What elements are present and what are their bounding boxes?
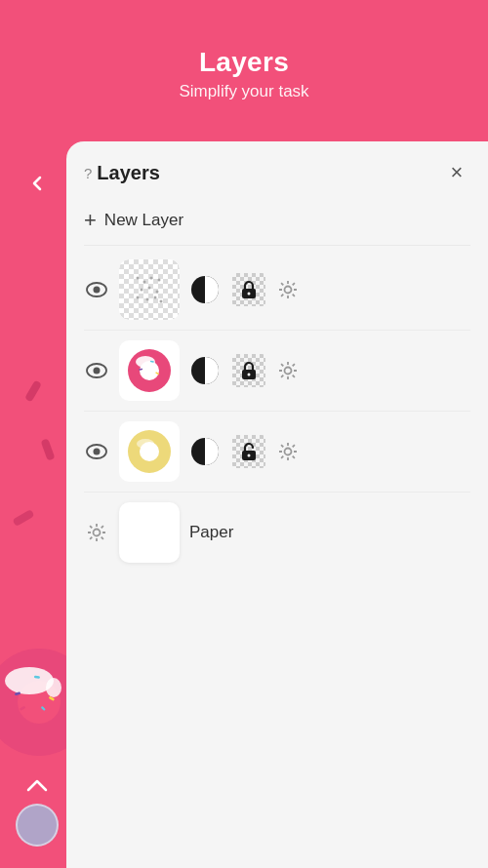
blend-icon-2 (189, 355, 221, 386)
eye-toggle-1[interactable] (84, 277, 109, 302)
svg-point-10 (94, 287, 101, 294)
eye-icon-1 (86, 282, 107, 297)
layer-row-2 (84, 331, 470, 412)
thumb-donut-pink (126, 347, 173, 394)
svg-point-27 (94, 368, 101, 375)
blend-mode-2[interactable] (189, 355, 221, 386)
svg-point-12 (143, 281, 146, 284)
svg-point-37 (285, 368, 292, 375)
back-arrow-icon (26, 173, 48, 194)
svg-point-39 (94, 449, 101, 455)
lock-checker-3[interactable] (230, 433, 267, 470)
eye-icon-3 (86, 444, 107, 459)
svg-point-16 (148, 287, 151, 290)
left-sidebar (0, 141, 73, 868)
up-chevron[interactable] (26, 778, 48, 792)
help-icon[interactable]: ? (84, 165, 92, 181)
svg-point-45 (248, 454, 251, 457)
panel-title: Layers (97, 162, 160, 184)
lock-checker-2[interactable] (230, 352, 267, 389)
svg-point-19 (146, 298, 149, 301)
plus-icon: + (84, 210, 97, 231)
lock-checker-1[interactable] (230, 271, 267, 308)
blend-icon-3 (189, 436, 221, 467)
svg-point-18 (137, 296, 140, 299)
blend-mode-3[interactable] (189, 436, 221, 467)
svg-point-17 (156, 291, 159, 294)
layer-row-3 (84, 412, 470, 493)
svg-point-25 (285, 287, 292, 294)
back-button[interactable] (20, 166, 55, 201)
thumb-donut-yellow (126, 428, 173, 475)
svg-point-13 (150, 277, 153, 280)
layers-panel: ? Layers × + New Layer (66, 141, 488, 868)
svg-point-21 (160, 300, 163, 303)
eye-icon-2 (86, 363, 107, 378)
paper-layer-row: Paper (84, 493, 470, 572)
thumb-dots (130, 270, 169, 309)
svg-point-11 (137, 277, 140, 280)
page-subtitle: Simplify your task (179, 82, 308, 101)
svg-point-20 (154, 296, 157, 299)
new-layer-label: New Layer (104, 211, 183, 230)
page-title: Layers (179, 47, 308, 78)
svg-point-46 (285, 449, 292, 455)
gear-button-3[interactable] (277, 441, 299, 462)
paper-label: Paper (189, 523, 233, 542)
svg-point-42 (137, 439, 154, 449)
paper-thumbnail (119, 502, 180, 563)
gear-button-paper[interactable] (84, 520, 109, 545)
page-header: Layers Simplify your task (179, 47, 308, 101)
lock-icon-2 (240, 361, 258, 380)
eye-toggle-2[interactable] (84, 358, 109, 383)
gear-button-2[interactable] (277, 360, 299, 381)
avatar[interactable] (16, 804, 59, 847)
blend-mode-1[interactable] (189, 274, 221, 305)
svg-point-24 (248, 293, 251, 296)
chevron-up-icon (26, 778, 48, 792)
svg-point-14 (158, 279, 161, 282)
svg-point-47 (94, 530, 101, 536)
gear-icon-2 (277, 360, 299, 381)
gear-button-1[interactable] (277, 279, 299, 300)
unlock-icon-3 (240, 442, 258, 461)
eye-toggle-3[interactable] (84, 439, 109, 464)
gear-icon-paper (86, 522, 107, 543)
svg-point-15 (141, 289, 143, 292)
layer-row (84, 250, 470, 331)
lock-icon-1 (240, 280, 258, 299)
panel-header: ? Layers × (84, 159, 470, 186)
svg-point-3 (46, 678, 61, 697)
layer-thumbnail-3 (119, 421, 180, 482)
gear-icon-1 (277, 279, 299, 300)
new-layer-button[interactable]: + New Layer (84, 202, 470, 246)
layer-thumbnail-1 (119, 259, 180, 320)
blend-icon-1 (189, 274, 221, 305)
svg-point-36 (248, 374, 251, 376)
close-button[interactable]: × (443, 159, 470, 186)
gear-icon-3 (277, 441, 299, 462)
layer-thumbnail-2 (119, 340, 180, 401)
